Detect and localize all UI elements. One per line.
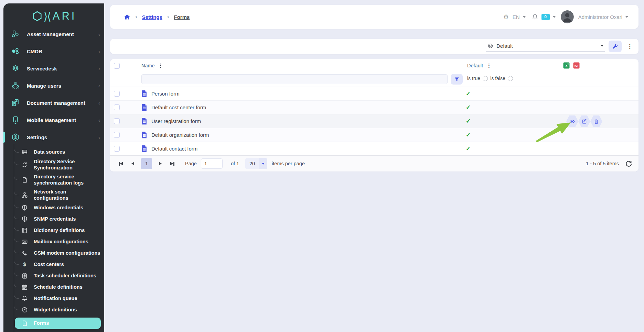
sidebar-subitem-directory-service-synchronization[interactable]: Directory Service Synchronization [3, 158, 104, 171]
shield-icon [21, 204, 28, 211]
chevron-icon: ‹ [98, 66, 100, 71]
page-size-select[interactable]: 20 [245, 158, 267, 169]
sidebar-subitem-snmp-credentials[interactable]: SNMP credentials [3, 213, 104, 225]
sidebar-subitem-windows-credentials[interactable]: Windows credentials [3, 202, 104, 213]
avatar[interactable] [561, 10, 574, 23]
bell-icon[interactable] [532, 13, 538, 20]
name-filter-input[interactable] [141, 74, 448, 84]
sync-icon [21, 162, 28, 168]
sidebar-item-document-management[interactable]: Document management ‹ [3, 94, 104, 111]
sidebar-item-mobile-management[interactable]: Mobile Management ‹ [3, 111, 104, 129]
filter-button[interactable] [451, 74, 463, 85]
breadcrumb-forms-link[interactable]: Forms [174, 14, 190, 20]
sidebar-item-asset-management[interactable]: Asset Management ‹ [3, 25, 104, 43]
sidebar-subitem-network-scan-configurations[interactable]: Network scan configurations [3, 188, 104, 202]
file-icon [21, 177, 28, 183]
eye-icon [569, 119, 575, 124]
column-header-name[interactable]: Name [141, 63, 155, 68]
chevron-icon: ‹ [98, 134, 100, 140]
pdf-export-icon[interactable]: PDF [573, 62, 580, 69]
form-name-link[interactable]: Default contact form [151, 146, 197, 152]
form-name-link[interactable]: User registration form [151, 118, 201, 124]
form-name-link[interactable]: Person form [151, 91, 180, 97]
settings-subtree: Data sources Directory Service Synchroni… [3, 146, 104, 332]
prev-page-button[interactable] [128, 159, 137, 168]
sidebar-subitem-widget-definitions[interactable]: Widget definitions [3, 304, 104, 316]
sidebar-subitem-cost-centers[interactable]: $ Cost centers [3, 259, 104, 270]
logo-text: ARI [53, 10, 77, 22]
select-all-checkbox[interactable] [114, 63, 120, 69]
chevron-down-icon[interactable] [523, 16, 526, 18]
row-checkbox[interactable] [114, 118, 120, 124]
row-checkbox[interactable] [114, 146, 120, 152]
grid-settings-button[interactable] [609, 41, 622, 52]
home-icon[interactable] [124, 14, 130, 20]
sidebar-subitem-gsm-modem-configurations[interactable]: GSM modem configurations [3, 247, 104, 259]
top-header: › Settings › Forms ⚙ EN 0 [110, 5, 638, 29]
form-name-link[interactable]: Default cost center form [151, 104, 206, 110]
documents-icon [11, 98, 20, 107]
sidebar-item-servicedesk[interactable]: Servicedesk ‹ [3, 60, 104, 77]
shield-icon [21, 216, 28, 222]
table-header-row: Name ⋮ Default ⋮ x PDF [110, 59, 638, 72]
column-menu-icon[interactable]: ⋮ [158, 63, 163, 69]
page-number-button[interactable]: 1 [141, 158, 152, 169]
more-options-icon[interactable]: ⋮ [625, 43, 634, 50]
chevron-icon: ‹ [98, 31, 100, 37]
assets-icon [11, 30, 20, 38]
gear-icon[interactable]: ⚙ [503, 13, 509, 21]
main-content: › Settings › Forms ⚙ EN 0 [110, 0, 638, 171]
sidebar-subitem-dictionary-definitions[interactable]: Dictionary definitions [3, 225, 104, 236]
edit-button[interactable] [578, 115, 590, 127]
sidebar-subitem-schedule-definitions[interactable]: Schedule definitions [3, 281, 104, 293]
phone-icon [21, 250, 28, 256]
edit-icon [581, 119, 587, 124]
row-checkbox[interactable] [114, 91, 120, 97]
breadcrumb-separator-icon: › [135, 13, 137, 20]
column-header-default[interactable]: Default [467, 63, 483, 68]
notification-badge[interactable]: 0 [541, 14, 550, 20]
view-toolbar: Default ⋮ [110, 39, 638, 54]
view-selector-dropdown[interactable]: Default [486, 41, 605, 52]
sidebar-subitem-directory-service-synchronization-logs[interactable]: Directory service synchronization logs [3, 171, 104, 188]
username-label[interactable]: Administrator Oxari [578, 14, 622, 20]
datasources-icon [21, 149, 28, 155]
svg-text:$: $ [23, 262, 26, 267]
sidebar-item-settings[interactable]: Settings ‹ [3, 129, 104, 146]
row-checkbox[interactable] [114, 104, 120, 110]
sidebar-item-manage-users[interactable]: Manage users ‹ [3, 77, 104, 94]
chevron-down-icon[interactable] [625, 16, 628, 18]
pager-right: 1 - 5 of 5 items [586, 160, 632, 167]
excel-export-icon[interactable]: x [563, 62, 570, 69]
pagination-bar: 1 Page of 1 20 items per page 1 - 5 of 5… [110, 155, 638, 171]
is-false-radio[interactable] [508, 76, 513, 81]
servicedesk-icon [11, 64, 20, 73]
sidebar-subitem-wallets[interactable]: Wallets [3, 331, 104, 332]
sidebar-subitem-data-sources[interactable]: Data sources [3, 146, 104, 158]
sidebar-item-cmdb[interactable]: CMDB ‹ [3, 43, 104, 60]
default-check-icon: ✓ [466, 131, 471, 139]
is-true-radio[interactable] [483, 76, 488, 81]
last-page-button[interactable] [168, 159, 177, 168]
page-number-input[interactable] [201, 158, 223, 169]
breadcrumb-settings-link[interactable]: Settings [142, 14, 162, 20]
sidebar-subitem-task-scheduler-definitions[interactable]: Task scheduler definitions [3, 270, 104, 281]
sidebar-subitem-forms[interactable]: Forms [15, 318, 101, 329]
delete-button[interactable] [590, 115, 602, 127]
book-icon [21, 227, 28, 234]
sidebar-subitem-mailbox-configurations[interactable]: Mailbox configurations [3, 236, 104, 247]
svg-text:PDF: PDF [574, 64, 579, 67]
table-filter-row: is true is false [110, 72, 638, 87]
chevron-down-icon[interactable] [553, 16, 556, 18]
first-page-button[interactable] [116, 159, 125, 168]
is-false-label: is false [490, 76, 505, 81]
page-size-dropdown[interactable] [259, 158, 267, 169]
form-name-link[interactable]: Default organization form [151, 132, 209, 138]
refresh-icon[interactable] [625, 160, 632, 167]
preview-button[interactable] [566, 115, 578, 127]
language-selector[interactable]: EN [513, 14, 520, 20]
column-menu-icon[interactable]: ⋮ [486, 63, 492, 69]
sidebar-subitem-notification-queue[interactable]: Notification queue [3, 293, 104, 304]
next-page-button[interactable] [156, 159, 165, 168]
row-checkbox[interactable] [114, 132, 120, 138]
